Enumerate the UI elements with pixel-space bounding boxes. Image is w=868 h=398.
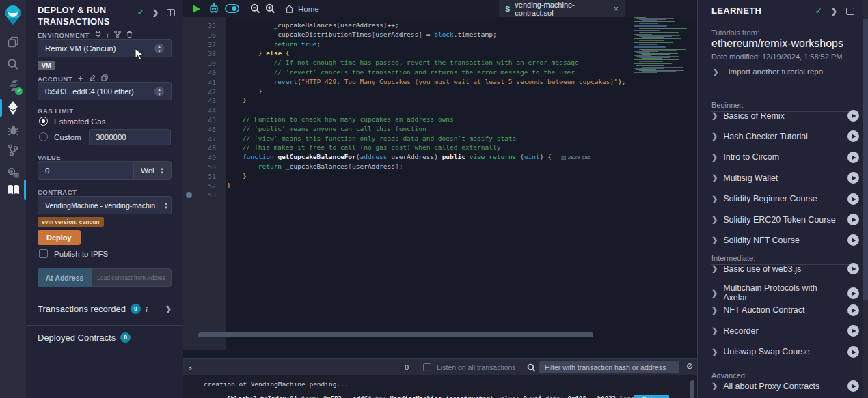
learneth-pin-icon[interactable] — [846, 8, 854, 15]
file-explorer-icon[interactable] — [0, 31, 26, 52]
home-tab[interactable]: Home — [285, 5, 319, 13]
line-number[interactable]: 43 — [208, 97, 216, 104]
line-number[interactable]: 51 — [208, 173, 216, 180]
environment-info-icon[interactable]: i — [107, 31, 109, 39]
environment-select[interactable]: Remix VM (Cancun) ▲▼ — [38, 39, 172, 57]
tutorial-item-multisig-wallet[interactable]: ❯Multisig Wallet▶ — [711, 172, 859, 184]
solidity-compiler-icon[interactable]: ✓ — [0, 75, 26, 96]
code-line[interactable]: // 'revert' cancels the transaction and … — [227, 68, 575, 76]
custom-gas-radio[interactable]: Custom — [39, 132, 81, 141]
code-line[interactable]: // This makes it free to call (no gas co… — [227, 143, 500, 151]
debug-button[interactable]: Debug — [634, 395, 669, 398]
code-line[interactable]: _cupcakeBalances[userAddress]++; — [227, 21, 399, 29]
publish-ipfs-checkbox[interactable]: Publish to IPFS — [39, 249, 108, 258]
code-line[interactable]: } — [227, 96, 247, 104]
transactions-recorded-row[interactable]: Transactions recorded 0 i ❯ — [38, 304, 174, 314]
search-icon[interactable] — [0, 54, 26, 74]
panel-expand-icon[interactable]: ❯ — [152, 8, 159, 17]
value-unit-select[interactable]: Wei ▲▼ — [133, 161, 172, 180]
value-input[interactable]: 0 — [38, 161, 133, 180]
tutorial-item-basic-use-of-web3-js[interactable]: ❯Basic use of web3.js▶ — [711, 263, 859, 274]
tutorial-item-nft-auction-contract[interactable]: ❯NFT Auction Contract▶ — [711, 304, 859, 316]
code-line[interactable]: } else { — [227, 49, 290, 57]
code-line[interactable]: // 'view' means this function only reads… — [227, 134, 516, 142]
play-tutorial-button[interactable]: ▶ — [847, 380, 859, 392]
play-tutorial-button[interactable]: ▶ — [847, 152, 859, 163]
tutorial-item-solidity-beginner-course[interactable]: ❯Solidity Beginner Course▶ — [711, 193, 859, 205]
line-number[interactable]: 36 — [208, 31, 216, 39]
line-number[interactable]: 41 — [208, 79, 216, 86]
collapse-terminal-icon[interactable]: » — [187, 366, 195, 369]
pin-panel-icon[interactable] — [167, 9, 175, 16]
tutorial-item-recorder[interactable]: ❯Recorder▶ — [711, 325, 859, 337]
play-tutorial-button[interactable]: ▶ — [847, 346, 859, 358]
code-line[interactable]: } — [227, 182, 231, 189]
code-line[interactable]: } — [227, 172, 247, 180]
panel-scrollbar-thumb[interactable] — [863, 19, 868, 300]
line-number[interactable]: 49 — [208, 154, 216, 161]
fork-state-icon[interactable] — [114, 31, 121, 39]
transaction-log-row[interactable]: [block:2 txIndex:0] from: 0x5B3...eddC4 … — [227, 395, 692, 398]
code-line[interactable]: // Function to check how many cupcakes a… — [227, 115, 454, 123]
line-number[interactable]: 47 — [208, 135, 216, 143]
play-tutorial-button[interactable]: ▶ — [847, 214, 859, 225]
git-branch-icon[interactable] — [0, 140, 26, 160]
zoom-out-icon[interactable] — [250, 0, 260, 17]
breakpoint-dot[interactable] — [186, 192, 192, 198]
code-line[interactable]: } — [227, 87, 262, 95]
plug-icon[interactable] — [95, 31, 101, 39]
code-line[interactable]: return _cupcakeBalances[userAddress]; — [227, 162, 403, 170]
tab-vending-machine-contract[interactable]: S vending-machine-contract.sol × — [499, 0, 625, 17]
line-number[interactable]: 37 — [208, 41, 216, 48]
play-tutorial-button[interactable]: ▶ — [847, 110, 859, 122]
transactions-info-icon[interactable]: i — [146, 305, 148, 313]
deploy-button[interactable]: Deploy — [38, 230, 81, 245]
tutorial-item-all-about-proxy-contracts[interactable]: ❯All about Proxy Contracts▶ — [711, 380, 859, 392]
ai-assistant-icon[interactable] — [208, 0, 219, 17]
code-line[interactable]: // 'public' means anyone can call this f… — [227, 125, 426, 132]
line-number[interactable]: 53 — [208, 191, 216, 199]
editor-minimap[interactable] — [632, 17, 692, 79]
play-tutorial-button[interactable]: ▶ — [847, 287, 859, 299]
code-line[interactable]: function getCupcakeBalanceFor(address us… — [227, 153, 591, 160]
panel-scrollbar-track[interactable] — [863, 0, 868, 398]
code-line[interactable]: return true; — [227, 40, 321, 48]
line-number[interactable]: 42 — [208, 88, 216, 96]
learneth-expand-icon[interactable]: ❯ — [831, 7, 837, 16]
play-tutorial-button[interactable]: ▶ — [847, 193, 859, 205]
tutorial-item-solidity-nft-course[interactable]: ❯Solidity NFT Course▶ — [711, 234, 859, 246]
zoom-in-icon[interactable] — [265, 0, 275, 17]
deploy-run-icon[interactable] — [0, 98, 26, 118]
transactions-expand-icon[interactable]: ❯ — [165, 304, 172, 313]
editor-gutter[interactable]: 35363738394041424344454647484950515253 — [183, 17, 226, 350]
contract-select[interactable]: VendingMachine - vending-machin ▲▼ — [38, 196, 172, 214]
line-number[interactable]: 39 — [208, 59, 216, 67]
play-tutorial-button[interactable]: ▶ — [847, 130, 859, 142]
line-number[interactable]: 44 — [208, 106, 216, 114]
play-tutorial-button[interactable]: ▶ — [847, 263, 859, 274]
estimated-gas-radio[interactable]: Estimated Gas — [39, 117, 105, 126]
line-number[interactable]: 35 — [208, 22, 216, 29]
tutorial-item-uniswap-swap-course[interactable]: ❯Uniswap Swap Course▶ — [711, 346, 859, 358]
close-tab-icon[interactable]: × — [614, 4, 619, 14]
listen-all-checkbox[interactable] — [423, 363, 431, 371]
code-area[interactable]: _cupcakeBalances[userAddress]++; _cupcak… — [226, 17, 697, 350]
play-tutorial-button[interactable]: ▶ — [847, 172, 859, 184]
terminal-scrollbar[interactable] — [690, 380, 694, 398]
remix-logo-icon[interactable] — [0, 3, 26, 27]
delete-state-icon[interactable] — [126, 31, 133, 39]
copilot-toggle-icon[interactable] — [225, 0, 239, 17]
tutorial-item-intro-to-circom[interactable]: ❯Intro to Circom▶ — [711, 152, 859, 163]
line-number[interactable]: 48 — [208, 144, 216, 152]
tutorial-item-basics-of-remix[interactable]: ❯Basics of Remix▶ — [711, 110, 859, 122]
line-number[interactable]: 50 — [208, 163, 216, 171]
tutorial-item-multichain-protocols-with-axelar[interactable]: ❯Multichain Protocols with Axelar▶ — [711, 283, 859, 302]
at-address-button[interactable]: At Address — [38, 268, 92, 287]
play-tutorial-button[interactable]: ▶ — [847, 325, 859, 337]
play-tutorial-button[interactable]: ▶ — [847, 234, 859, 246]
run-script-icon[interactable] — [192, 0, 201, 17]
code-line[interactable]: _cupcakeDistributionTimes[userAddress] =… — [227, 31, 497, 38]
account-select[interactable]: 0x5B3...eddC4 (100 ether) ▲▼ — [38, 82, 172, 100]
code-line[interactable]: // If not enough time has passed, revert… — [227, 59, 579, 66]
line-number[interactable]: 40 — [208, 69, 216, 76]
